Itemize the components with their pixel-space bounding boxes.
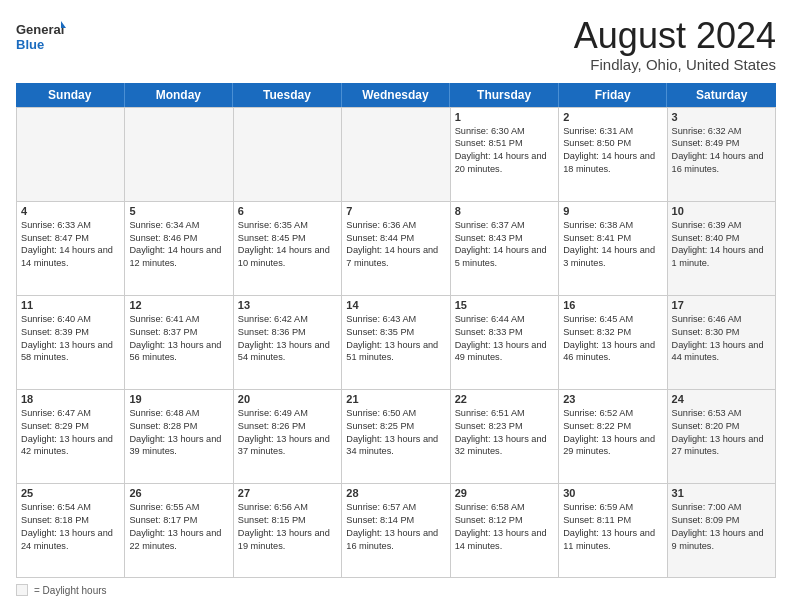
cal-cell-1-0: 4Sunrise: 6:33 AM Sunset: 8:47 PM Daylig… [17,202,125,296]
day-number: 27 [238,487,337,499]
logo: General Blue [16,16,66,56]
day-number: 17 [672,299,771,311]
day-info: Sunrise: 6:43 AM Sunset: 8:35 PM Dayligh… [346,313,445,365]
day-info: Sunrise: 6:35 AM Sunset: 8:45 PM Dayligh… [238,219,337,271]
logo-svg: General Blue [16,16,66,56]
cal-cell-4-1: 26Sunrise: 6:55 AM Sunset: 8:17 PM Dayli… [125,484,233,578]
header-monday: Monday [125,83,234,107]
day-info: Sunrise: 7:00 AM Sunset: 8:09 PM Dayligh… [672,501,771,553]
cal-cell-3-6: 24Sunrise: 6:53 AM Sunset: 8:20 PM Dayli… [668,390,776,484]
day-info: Sunrise: 6:54 AM Sunset: 8:18 PM Dayligh… [21,501,120,553]
day-number: 26 [129,487,228,499]
cal-cell-1-5: 9Sunrise: 6:38 AM Sunset: 8:41 PM Daylig… [559,202,667,296]
day-info: Sunrise: 6:30 AM Sunset: 8:51 PM Dayligh… [455,125,554,177]
legend: = Daylight hours [16,584,776,596]
cal-cell-2-0: 11Sunrise: 6:40 AM Sunset: 8:39 PM Dayli… [17,296,125,390]
day-number: 6 [238,205,337,217]
day-info: Sunrise: 6:41 AM Sunset: 8:37 PM Dayligh… [129,313,228,365]
day-number: 14 [346,299,445,311]
day-number: 20 [238,393,337,405]
day-info: Sunrise: 6:47 AM Sunset: 8:29 PM Dayligh… [21,407,120,459]
calendar-body: 1Sunrise: 6:30 AM Sunset: 8:51 PM Daylig… [16,107,776,578]
cal-cell-2-6: 17Sunrise: 6:46 AM Sunset: 8:30 PM Dayli… [668,296,776,390]
day-number: 3 [672,111,771,123]
calendar: SundayMondayTuesdayWednesdayThursdayFrid… [16,83,776,578]
header-sunday: Sunday [16,83,125,107]
month-title: August 2024 [574,16,776,56]
day-info: Sunrise: 6:51 AM Sunset: 8:23 PM Dayligh… [455,407,554,459]
page: General Blue August 2024 Findlay, Ohio, … [0,0,792,612]
day-number: 9 [563,205,662,217]
day-info: Sunrise: 6:39 AM Sunset: 8:40 PM Dayligh… [672,219,771,271]
day-info: Sunrise: 6:55 AM Sunset: 8:17 PM Dayligh… [129,501,228,553]
day-number: 28 [346,487,445,499]
day-info: Sunrise: 6:52 AM Sunset: 8:22 PM Dayligh… [563,407,662,459]
cal-cell-2-5: 16Sunrise: 6:45 AM Sunset: 8:32 PM Dayli… [559,296,667,390]
legend-label: = Daylight hours [34,585,107,596]
header-wednesday: Wednesday [342,83,451,107]
cal-cell-3-1: 19Sunrise: 6:48 AM Sunset: 8:28 PM Dayli… [125,390,233,484]
cal-cell-3-5: 23Sunrise: 6:52 AM Sunset: 8:22 PM Dayli… [559,390,667,484]
cal-cell-0-0 [17,108,125,202]
day-info: Sunrise: 6:48 AM Sunset: 8:28 PM Dayligh… [129,407,228,459]
day-number: 11 [21,299,120,311]
day-number: 29 [455,487,554,499]
day-number: 23 [563,393,662,405]
title-block: August 2024 Findlay, Ohio, United States [574,16,776,73]
day-number: 19 [129,393,228,405]
cal-cell-4-6: 31Sunrise: 7:00 AM Sunset: 8:09 PM Dayli… [668,484,776,578]
cal-cell-3-4: 22Sunrise: 6:51 AM Sunset: 8:23 PM Dayli… [451,390,559,484]
cal-cell-4-3: 28Sunrise: 6:57 AM Sunset: 8:14 PM Dayli… [342,484,450,578]
day-info: Sunrise: 6:50 AM Sunset: 8:25 PM Dayligh… [346,407,445,459]
cal-cell-2-3: 14Sunrise: 6:43 AM Sunset: 8:35 PM Dayli… [342,296,450,390]
day-number: 15 [455,299,554,311]
cal-cell-4-2: 27Sunrise: 6:56 AM Sunset: 8:15 PM Dayli… [234,484,342,578]
cal-cell-2-2: 13Sunrise: 6:42 AM Sunset: 8:36 PM Dayli… [234,296,342,390]
cal-cell-0-4: 1Sunrise: 6:30 AM Sunset: 8:51 PM Daylig… [451,108,559,202]
day-info: Sunrise: 6:45 AM Sunset: 8:32 PM Dayligh… [563,313,662,365]
day-info: Sunrise: 6:42 AM Sunset: 8:36 PM Dayligh… [238,313,337,365]
header-friday: Friday [559,83,668,107]
legend-box [16,584,28,596]
cal-cell-3-3: 21Sunrise: 6:50 AM Sunset: 8:25 PM Dayli… [342,390,450,484]
day-info: Sunrise: 6:31 AM Sunset: 8:50 PM Dayligh… [563,125,662,177]
calendar-header: SundayMondayTuesdayWednesdayThursdayFrid… [16,83,776,107]
day-number: 21 [346,393,445,405]
day-number: 1 [455,111,554,123]
day-info: Sunrise: 6:40 AM Sunset: 8:39 PM Dayligh… [21,313,120,365]
cal-cell-1-4: 8Sunrise: 6:37 AM Sunset: 8:43 PM Daylig… [451,202,559,296]
cal-cell-0-1 [125,108,233,202]
day-number: 10 [672,205,771,217]
day-number: 8 [455,205,554,217]
cal-cell-1-3: 7Sunrise: 6:36 AM Sunset: 8:44 PM Daylig… [342,202,450,296]
cal-cell-0-5: 2Sunrise: 6:31 AM Sunset: 8:50 PM Daylig… [559,108,667,202]
cal-cell-1-2: 6Sunrise: 6:35 AM Sunset: 8:45 PM Daylig… [234,202,342,296]
cal-cell-4-4: 29Sunrise: 6:58 AM Sunset: 8:12 PM Dayli… [451,484,559,578]
cal-cell-3-2: 20Sunrise: 6:49 AM Sunset: 8:26 PM Dayli… [234,390,342,484]
cal-cell-1-6: 10Sunrise: 6:39 AM Sunset: 8:40 PM Dayli… [668,202,776,296]
day-number: 13 [238,299,337,311]
day-number: 22 [455,393,554,405]
header-saturday: Saturday [667,83,776,107]
location: Findlay, Ohio, United States [574,56,776,73]
day-number: 12 [129,299,228,311]
day-info: Sunrise: 6:44 AM Sunset: 8:33 PM Dayligh… [455,313,554,365]
cal-cell-4-0: 25Sunrise: 6:54 AM Sunset: 8:18 PM Dayli… [17,484,125,578]
cal-cell-4-5: 30Sunrise: 6:59 AM Sunset: 8:11 PM Dayli… [559,484,667,578]
day-info: Sunrise: 6:56 AM Sunset: 8:15 PM Dayligh… [238,501,337,553]
header-thursday: Thursday [450,83,559,107]
day-info: Sunrise: 6:46 AM Sunset: 8:30 PM Dayligh… [672,313,771,365]
day-info: Sunrise: 6:36 AM Sunset: 8:44 PM Dayligh… [346,219,445,271]
day-info: Sunrise: 6:32 AM Sunset: 8:49 PM Dayligh… [672,125,771,177]
day-info: Sunrise: 6:53 AM Sunset: 8:20 PM Dayligh… [672,407,771,459]
day-info: Sunrise: 6:38 AM Sunset: 8:41 PM Dayligh… [563,219,662,271]
day-number: 30 [563,487,662,499]
cal-cell-2-1: 12Sunrise: 6:41 AM Sunset: 8:37 PM Dayli… [125,296,233,390]
day-number: 5 [129,205,228,217]
day-info: Sunrise: 6:34 AM Sunset: 8:46 PM Dayligh… [129,219,228,271]
header-tuesday: Tuesday [233,83,342,107]
day-info: Sunrise: 6:59 AM Sunset: 8:11 PM Dayligh… [563,501,662,553]
day-info: Sunrise: 6:33 AM Sunset: 8:47 PM Dayligh… [21,219,120,271]
day-number: 7 [346,205,445,217]
day-info: Sunrise: 6:37 AM Sunset: 8:43 PM Dayligh… [455,219,554,271]
